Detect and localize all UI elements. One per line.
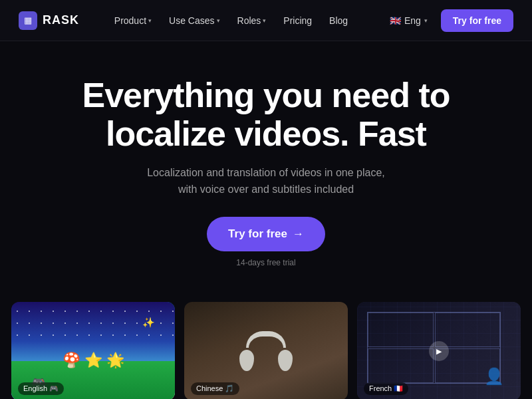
navbar: ▦ RASK Product ▾ Use Cases ▾ Roles ▾ Pri…	[0, 0, 532, 41]
logo-icon: ▦	[19, 11, 37, 30]
video-card-english[interactable]: 🍄⭐🌟 🎮 ✨ English 🎮	[11, 302, 175, 399]
nav-try-free-button[interactable]: Try for free	[441, 9, 513, 32]
nav-links: Product ▾ Use Cases ▾ Roles ▾ Pricing Bl…	[108, 11, 354, 30]
arrow-icon: →	[293, 227, 304, 241]
hero-subtext: Localization and translation of videos i…	[126, 165, 406, 198]
card-label-chinese: Chinese 🎵	[191, 382, 239, 395]
card-label-english: English 🎮	[18, 382, 64, 395]
characters: 🍄⭐🌟	[63, 352, 124, 369]
hero-try-free-button[interactable]: Try for free →	[207, 217, 325, 251]
chevron-down-icon: ▾	[263, 17, 266, 24]
logo[interactable]: ▦ RASK	[19, 11, 79, 30]
chevron-down-icon: ▾	[424, 17, 428, 24]
play-icon: ▶	[429, 341, 449, 361]
card-label-french: French 🇫🇷	[364, 382, 408, 395]
hero-headline: Everything you need to localize videos. …	[13, 76, 519, 153]
video-cards-row: 🍄⭐🌟 🎮 ✨ English 🎮 Chinese 🎵	[0, 287, 532, 399]
video-card-french[interactable]: 👤 ▶ French 🇫🇷	[357, 302, 521, 399]
flag-icon: 🇬🇧	[390, 15, 401, 26]
brand-name: RASK	[43, 13, 79, 27]
nav-item-roles[interactable]: Roles ▾	[231, 11, 273, 30]
trial-label: 14-days free trial	[13, 258, 519, 267]
nav-item-use-cases[interactable]: Use Cases ▾	[162, 11, 226, 30]
nav-item-blog[interactable]: Blog	[323, 11, 354, 30]
video-card-chinese[interactable]: Chinese 🎵	[184, 302, 348, 399]
nav-right: 🇬🇧 Eng ▾ Try for free	[383, 9, 513, 32]
nav-item-pricing[interactable]: Pricing	[277, 11, 319, 30]
headphone-shape	[239, 331, 293, 371]
cta-area: Try for free → 14-days free trial	[13, 217, 519, 267]
chevron-down-icon: ▾	[148, 17, 152, 24]
language-selector[interactable]: 🇬🇧 Eng ▾	[383, 12, 434, 29]
chevron-down-icon: ▾	[217, 17, 220, 24]
nav-item-product[interactable]: Product ▾	[108, 11, 158, 30]
hero-section: Everything you need to localize videos. …	[0, 41, 532, 287]
